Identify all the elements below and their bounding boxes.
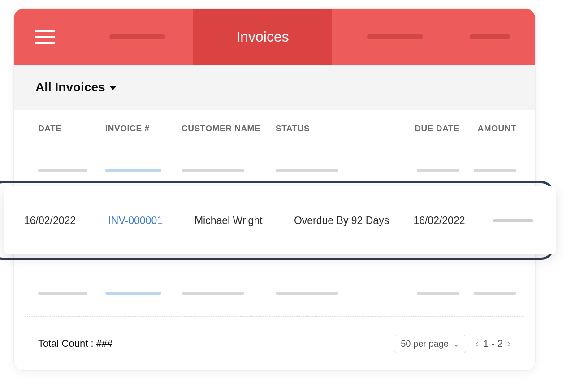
page-range: 1 - 2 [483, 338, 503, 349]
tab-invoices[interactable]: Invoices [193, 9, 332, 65]
col-header-customer[interactable]: CUSTOMER NAME [182, 124, 276, 134]
cell-customer: Michael Wright [195, 215, 294, 227]
cell-invoice[interactable]: INV-000001 [108, 215, 194, 227]
pager: 50 per page ‹ 1 - 2 › [394, 335, 511, 353]
col-header-due-date[interactable]: DUE DATE [383, 124, 468, 134]
table-row[interactable] [25, 270, 524, 317]
col-header-amount[interactable]: AMOUNT [468, 124, 524, 134]
cell-status: Overdue By 92 Days [294, 215, 413, 227]
col-header-status[interactable]: STATUS [276, 124, 383, 134]
filter-label-text: All Invoices [35, 80, 105, 95]
page-nav: ‹ 1 - 2 › [475, 337, 511, 350]
chevron-down-icon [453, 340, 459, 347]
filter-bar: All Invoices [14, 65, 535, 110]
per-page-label: 50 per page [401, 339, 449, 349]
next-page-button[interactable]: › [507, 337, 511, 350]
col-header-invoice[interactable]: INVOICE # [105, 124, 182, 134]
total-count-label: Total Count : ### [38, 338, 112, 349]
table-header-row: DATE INVOICE # CUSTOMER NAME STATUS DUE … [25, 110, 524, 147]
table-footer: Total Count : ### 50 per page ‹ 1 - 2 › [25, 317, 524, 370]
col-header-date[interactable]: DATE [25, 124, 105, 134]
cell-due-date: 16/02/2022 [413, 215, 493, 227]
filter-dropdown[interactable]: All Invoices [35, 80, 116, 95]
tab-placeholder-3[interactable] [458, 9, 522, 65]
hamburger-menu-icon[interactable] [35, 30, 55, 44]
per-page-select[interactable]: 50 per page [394, 335, 466, 353]
highlighted-invoice-row[interactable]: 16/02/2022 INV-000001 Michael Wright Ove… [4, 186, 556, 254]
cell-date: 16/02/2022 [24, 215, 108, 227]
prev-page-button[interactable]: ‹ [475, 337, 479, 350]
header-bar: Invoices [14, 9, 535, 65]
cell-amount [493, 219, 556, 222]
tab-placeholder-1[interactable] [81, 9, 193, 65]
tab-bar: Invoices [81, 9, 522, 65]
tab-placeholder-2[interactable] [332, 9, 458, 65]
tab-invoices-label: Invoices [236, 29, 289, 45]
caret-down-icon [110, 86, 116, 90]
